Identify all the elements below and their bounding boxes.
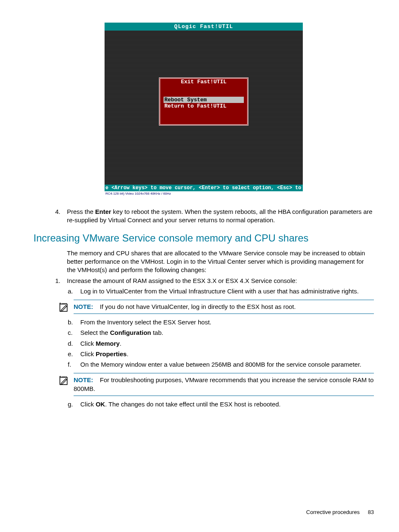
note-2: NOTE: For troubleshooting purposes, VMwa… [74,373,374,396]
step-1d-post: . [120,340,121,347]
step-4-bold: Enter [95,208,111,215]
step-1a-num: a. [68,287,73,296]
page-footer: Corrective procedures 83 [306,509,374,515]
step-1-number: 1. [55,277,61,285]
step-1d-num: d. [68,339,73,348]
terminal-body: Exit Fast!UTIL Reboot System Return to F… [105,31,303,185]
step-1f: f. On the Memory window enter a value be… [80,360,374,369]
step-1e-post: . [127,350,128,357]
terminal-title: QLogic Fast!UTIL [105,23,303,31]
step-1a-text: Log in to VirtualCenter from the Virtual… [80,288,359,295]
step-1e-bold: Properties [96,350,127,357]
step-1-text: Increase the amount of RAM assigned to t… [67,277,297,284]
step-1b-text: From the Inventory select the ESX Server… [80,319,211,326]
menu-reboot-system[interactable]: Reboot System [164,97,244,103]
note-1-label: NOTE: [74,303,93,310]
menu-return-fastutil[interactable]: Return to Fast!UTIL [164,103,244,109]
note-2-label: NOTE: [74,376,93,383]
note-1-text: If you do not have VirtualCenter, log in… [100,303,296,310]
footer-section: Corrective procedures [306,509,360,515]
footer-page-number: 83 [368,509,374,515]
note-2-text: For troubleshooting purposes, VMware rec… [74,376,373,392]
step-1c-num: c. [68,329,73,337]
step-1g: g. Click OK. The changes do not take eff… [80,400,374,409]
step-1a: a. Log in to VirtualCenter from the Virt… [80,287,374,296]
terminal-footer-hint: e <Arrow keys> to move cursor, <Enter> t… [105,185,303,191]
exit-dialog: Exit Fast!UTIL Reboot System Return to F… [159,77,248,126]
step-1g-post: . The changes do not take effect until t… [105,401,281,408]
step-4-number: 4. [55,208,61,216]
step-1b-num: b. [68,318,73,326]
step-1b: b. From the Inventory select the ESX Ser… [80,318,374,326]
step-1c-pre: Select the [80,329,110,336]
step-1g-pre: Click [80,401,96,408]
step-1g-bold: OK [96,401,105,408]
step-4-pre: Press the [67,208,95,215]
dialog-title: Exit Fast!UTIL [180,79,227,85]
step-1d-pre: Click [80,340,96,347]
step-1d-bold: Memory [96,340,120,347]
note-icon [59,375,69,386]
step-1e-num: e. [68,350,73,358]
step-1g-num: g. [68,400,73,409]
intro-paragraph: The memory and CPU shares that are alloc… [33,249,374,275]
step-1c: c. Select the Configuration tab. [80,329,374,337]
step-1e-pre: Click [80,350,96,357]
step-1e: e. Click Properties. [80,350,374,358]
step-1d: d. Click Memory. [80,339,374,348]
step-1f-text: On the Memory window enter a value betwe… [80,361,361,368]
step-4: 4. Press the Enter key to reboot the sys… [67,208,374,225]
step-1c-bold: Configuration [110,329,151,336]
section-heading: Increasing VMware Service console memory… [33,232,374,244]
step-4-post: key to reboot the system. When the syste… [67,208,372,224]
terminal-screenshot: QLogic Fast!UTIL Exit Fast!UTIL Reboot S… [33,23,374,196]
step-1: 1. Increase the amount of RAM assigned t… [67,277,374,296]
terminal-status: RC4-128 bit) Video 1024x768 48KHz / 60Hz [105,191,303,196]
note-icon [59,302,69,313]
step-1f-num: f. [68,360,71,369]
step-1c-post: tab. [151,329,163,336]
note-1: NOTE: If you do not have VirtualCenter, … [74,300,374,314]
